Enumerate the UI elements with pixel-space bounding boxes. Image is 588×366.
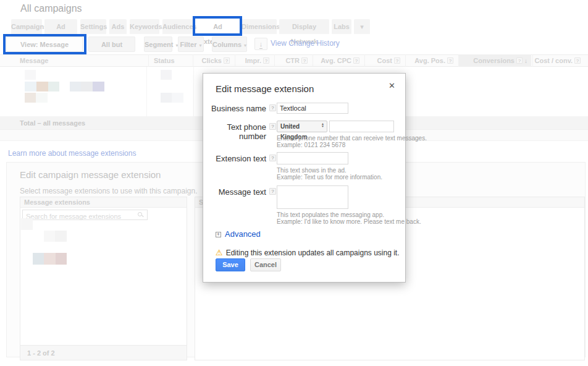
edit-message-extension-modal: Edit message extension ✕ Business name ?… <box>203 73 406 283</box>
help-icon[interactable]: ? <box>269 123 276 130</box>
tab-keywords[interactable]: Keywords <box>130 19 159 34</box>
campaign-panel-subtitle: Select message extensions to use with th… <box>20 187 197 195</box>
search-box <box>22 210 148 220</box>
help-icon[interactable]: ? <box>269 155 276 161</box>
redacted-cell <box>25 70 36 80</box>
tab-ads[interactable]: Ads <box>109 19 127 34</box>
warning-icon: ⚠ <box>216 248 223 257</box>
redacted-cell <box>81 82 93 92</box>
redacted-cell <box>25 82 36 92</box>
redacted-cell <box>36 93 48 103</box>
phone-help-2: Example: 0121 234 5678 <box>277 142 345 148</box>
phone-label: Text phone number <box>203 122 266 141</box>
redacted-cell <box>36 82 48 92</box>
help-icon[interactable]: ? <box>353 57 359 64</box>
extension-text-label: Extension text <box>203 154 266 163</box>
message-text-label: Message text <box>203 187 266 197</box>
modal-title: Edit message extension <box>216 83 314 94</box>
page-title: All campaigns <box>20 3 82 14</box>
phone-number-field[interactable] <box>329 121 394 132</box>
cancel-button[interactable]: Cancel <box>250 258 281 271</box>
close-icon[interactable]: ✕ <box>388 81 395 90</box>
redacted-cell <box>21 218 33 230</box>
redacted-cell <box>44 231 55 242</box>
help-icon[interactable]: ? <box>224 57 230 64</box>
highlight-box-ad-extensions <box>193 16 242 36</box>
redacted-cell <box>93 82 104 92</box>
columns-button[interactable]: Columns▾ <box>212 36 247 52</box>
column-header-impr[interactable]: Impr.? <box>235 54 273 67</box>
redacted-cell <box>48 82 59 92</box>
campaign-panel-title: Edit campaign message extension <box>20 169 161 180</box>
column-header-avg-cpc[interactable]: Avg. CPC? <box>313 54 363 67</box>
caret-down-icon: ▾ <box>244 43 246 48</box>
business-name-label: Business name <box>203 104 266 113</box>
redacted-cell <box>56 253 67 265</box>
tab-ad-groups[interactable]: Ad Groups <box>44 19 77 34</box>
extension-text-field[interactable] <box>277 152 348 164</box>
column-divider <box>193 67 194 116</box>
message-help-2: Example: I'd like to know more. Please t… <box>277 218 421 225</box>
total-row-label: Total – all messages <box>20 116 85 130</box>
search-icon <box>138 212 144 218</box>
help-icon[interactable]: ? <box>263 57 269 64</box>
tab-more-caret-icon[interactable]: ▾ <box>354 19 370 34</box>
sort-desc-icon: ↓ <box>524 57 527 64</box>
country-select[interactable]: United Kingdom ▲▼ <box>277 121 327 132</box>
learn-more-link[interactable]: Learn more about message extensions <box>8 149 136 158</box>
redacted-cell <box>70 82 82 92</box>
redacted-cell <box>161 93 172 103</box>
column-header-cost-conv[interactable]: Cost / conv.? <box>532 54 584 67</box>
column-header-conversions[interactable]: Conversions?↓ <box>458 54 531 67</box>
redacted-cell <box>161 70 172 80</box>
extension-help-2: Example: Text us for more information. <box>277 174 382 181</box>
extension-help-1: This text shows in the ad. <box>277 167 346 174</box>
tab-audiences[interactable]: Audiences <box>162 19 193 34</box>
select-stepper-icon: ▲▼ <box>321 122 324 127</box>
help-icon[interactable]: ? <box>516 57 523 64</box>
warning-message: ⚠Editing this extension updates all camp… <box>216 248 400 257</box>
business-name-field[interactable] <box>277 103 348 114</box>
tab-settings[interactable]: Settings <box>80 19 106 34</box>
help-icon[interactable]: ? <box>269 188 276 195</box>
expand-icon: + <box>216 232 221 237</box>
column-header-status[interactable]: Status <box>148 54 191 67</box>
adwords-screen: All campaigns Campaigns Ad Groups Settin… <box>0 0 588 366</box>
column-header-clicks[interactable]: Clicks? <box>193 54 233 67</box>
message-extensions-list-panel: Message extensions 1 - 2 of 2 <box>20 197 187 360</box>
download-icon: ↓ <box>259 40 263 49</box>
filter-button[interactable]: Filter▾ <box>178 36 204 52</box>
tab-campaigns[interactable]: Campaigns <box>11 19 42 34</box>
column-header-message[interactable]: Message <box>15 54 138 67</box>
column-header-ctr[interactable]: CTR? <box>274 54 311 67</box>
pagination: 1 - 2 of 2 <box>20 345 187 360</box>
message-extensions-list-header: Message extensions <box>20 197 187 208</box>
phone-help-1: Enter a phone number that can receive te… <box>277 135 427 142</box>
redacted-cell <box>33 253 44 265</box>
segment-button[interactable]: Segment▾ <box>144 36 172 52</box>
help-icon[interactable]: ? <box>394 57 400 64</box>
column-divider <box>146 67 147 116</box>
save-button[interactable]: Save <box>216 258 245 271</box>
help-icon[interactable]: ? <box>574 57 581 64</box>
advanced-toggle[interactable]: +Advanced <box>216 229 261 239</box>
message-text-field[interactable] <box>277 185 348 209</box>
tab-labs[interactable]: Labs <box>332 19 351 34</box>
redacted-cell <box>44 253 56 265</box>
search-input[interactable] <box>23 212 147 221</box>
view-change-history-link[interactable]: View Change History <box>271 39 340 48</box>
help-icon[interactable]: ? <box>447 57 453 64</box>
highlight-box-view-selector <box>3 34 86 54</box>
caret-down-icon: ▾ <box>199 43 201 48</box>
tab-dimensions[interactable]: Dimensions <box>242 19 277 34</box>
column-header-avg-pos[interactable]: Avg. Pos.? <box>405 54 457 67</box>
redacted-cell <box>55 231 67 242</box>
redacted-cell <box>172 93 183 103</box>
column-header-cost[interactable]: Cost? <box>364 54 404 67</box>
help-icon[interactable]: ? <box>269 104 276 111</box>
help-icon[interactable]: ? <box>301 57 308 64</box>
tab-display-network[interactable]: Display Network <box>279 19 329 34</box>
redacted-cell <box>25 93 36 103</box>
status-filter-button[interactable]: All but removed▾ <box>88 36 135 52</box>
download-button[interactable]: ↓ <box>254 38 267 50</box>
